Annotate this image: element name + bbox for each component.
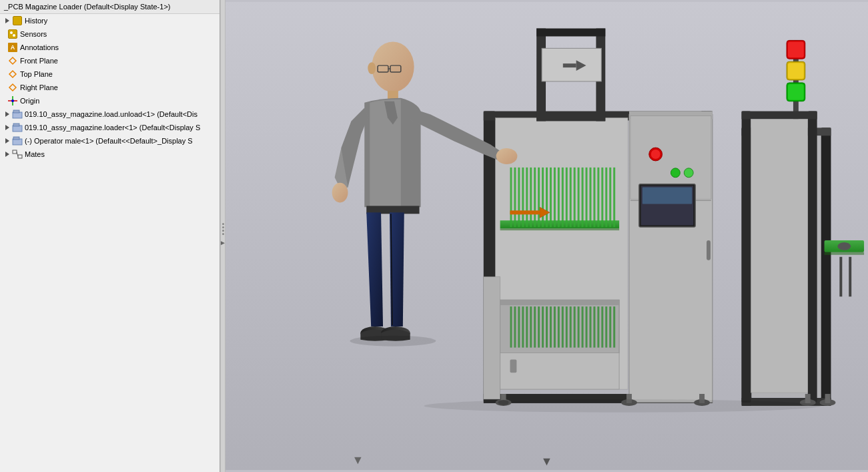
tree-item-sensors[interactable]: Sensors [0,27,220,41]
mates-icon [12,149,23,160]
svg-rect-69 [597,168,599,227]
svg-point-140 [368,62,376,74]
document-title: _PCB Magazine Loader (Default<Display St… [0,0,220,14]
svg-rect-58 [554,168,556,227]
svg-rect-11 [13,137,19,140]
expand-icon-history[interactable] [3,16,12,25]
tree-item-annotations[interactable]: A Annotations [0,41,220,54]
svg-rect-89 [562,306,564,347]
svg-rect-49 [518,168,520,227]
svg-marker-0 [9,57,16,64]
svg-rect-83 [538,306,540,347]
svg-rect-7 [13,110,19,113]
svg-rect-12 [13,150,17,154]
svg-rect-48 [514,168,516,227]
svg-rect-55 [542,168,544,227]
tree-item-mates[interactable]: Mates [0,148,220,161]
svg-rect-51 [526,168,528,227]
svg-rect-62 [570,168,572,227]
svg-point-146 [496,148,518,164]
svg-rect-100 [605,306,607,347]
mates-label: Mates [25,150,45,158]
svg-rect-77 [514,306,516,347]
expand-icon-mates[interactable] [3,150,12,159]
svg-rect-54 [538,168,540,227]
svg-rect-57 [550,168,552,227]
origin-label: Origin [20,97,39,105]
expand-icon-comp3[interactable] [3,136,12,146]
comp3-label: (-) Operator male<1> (Default<<Default>_… [25,137,193,145]
tree-item-right-plane[interactable]: Right Plane [0,81,220,94]
tree-item-front-plane[interactable]: Front Plane [0,54,220,67]
svg-rect-50 [522,168,524,227]
top-plane-icon [7,69,18,79]
svg-point-37 [671,168,680,178]
expand-icon-comp1[interactable] [3,109,12,119]
svg-rect-67 [589,168,591,227]
svg-rect-87 [554,306,556,347]
svg-point-152 [424,399,821,413]
tree-item-top-plane[interactable]: Top Plane [0,67,220,81]
svg-rect-22 [825,252,865,255]
comp1-icon [12,109,23,120]
svg-rect-90 [566,306,568,347]
right-plane-label: Right Plane [20,83,58,91]
svg-rect-78 [518,306,520,347]
svg-rect-76 [510,306,512,347]
svg-rect-82 [534,306,536,347]
top-plane-label: Top Plane [20,70,53,78]
no-expand-top [3,72,7,76]
expand-icon-comp2[interactable] [3,123,12,132]
feature-tree[interactable]: History Sensors A Annotations [0,14,220,472]
svg-rect-64 [578,168,580,227]
svg-rect-72 [609,168,611,227]
svg-rect-84 [542,306,544,347]
svg-rect-42 [707,240,711,260]
svg-rect-79 [522,306,524,347]
svg-rect-25 [849,257,851,297]
cad-svg: ▼ [226,0,868,472]
svg-rect-65 [582,168,584,227]
svg-rect-97 [593,306,595,347]
right-plane-icon [7,82,18,93]
comp1-label: 019.10_assy_magazine.load.unload<1> (Def… [25,110,197,118]
comp3-icon [12,136,23,146]
svg-rect-107 [510,210,540,214]
svg-rect-104 [510,359,516,373]
scroll-indicator: ▼ [541,455,553,469]
svg-rect-66 [586,168,588,227]
svg-rect-96 [589,306,591,347]
svg-rect-70 [601,168,603,227]
svg-rect-136 [805,394,811,403]
svg-rect-105 [484,276,500,399]
tree-item-comp2[interactable]: 019.10_assy_magazine.loader<1> (Default<… [0,121,220,134]
sensors-icon [7,29,18,39]
svg-point-38 [684,168,693,178]
svg-rect-119 [788,63,804,79]
tree-item-comp3[interactable]: (-) Operator male<1> (Default<<Default>_… [0,134,220,148]
svg-line-14 [17,152,18,157]
no-expand-annotations [3,45,7,49]
panel-splitter[interactable]: ► [220,0,226,472]
svg-rect-94 [582,306,584,347]
tree-item-origin[interactable]: Origin [0,94,220,107]
svg-rect-59 [558,168,560,227]
svg-rect-61 [566,168,568,227]
3d-viewport[interactable]: ▼ ▼ [226,0,868,472]
svg-rect-114 [563,63,576,67]
svg-rect-88 [558,306,560,347]
no-expand-sensors [3,32,7,36]
svg-rect-98 [597,306,599,347]
feature-tree-panel: _PCB Magazine Loader (Default<Display St… [0,0,220,472]
tree-item-comp1[interactable]: 019.10_assy_magazine.load.unload<1> (Def… [0,107,220,121]
origin-icon [7,95,18,106]
svg-rect-41 [642,188,692,204]
no-expand-right [3,85,7,89]
no-expand-front [3,59,7,63]
svg-point-145 [332,183,348,203]
tree-item-history[interactable]: History [0,14,220,27]
svg-rect-111 [536,115,605,122]
svg-point-5 [11,99,14,102]
svg-rect-81 [530,306,532,347]
svg-rect-103 [500,353,620,390]
